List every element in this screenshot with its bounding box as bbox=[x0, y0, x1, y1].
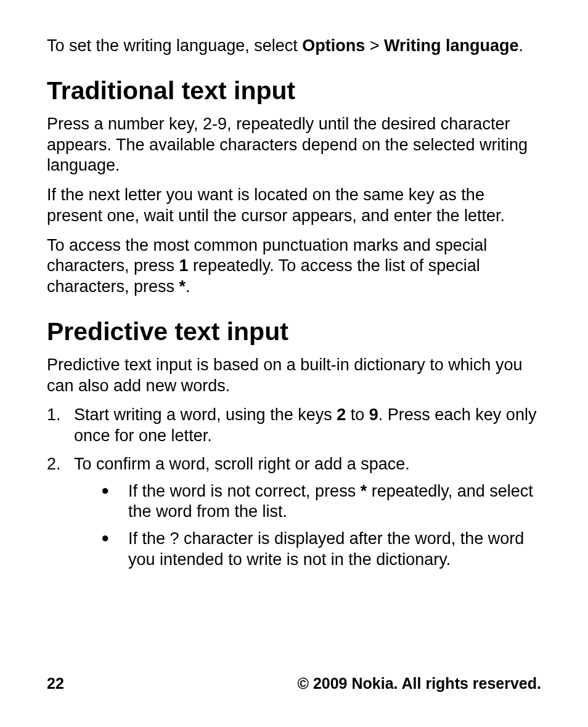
text: If the word is not correct, press bbox=[128, 482, 361, 500]
page-number: 22 bbox=[47, 675, 64, 692]
text: to bbox=[346, 405, 369, 424]
copyright-text: © 2009 Nokia. All rights reserved. bbox=[298, 675, 541, 692]
key-9: 9 bbox=[369, 405, 378, 424]
text: Start writing a word, using the keys bbox=[74, 405, 337, 424]
bullet-icon: ● bbox=[101, 481, 128, 523]
text: To confirm a word, scroll right or add a… bbox=[74, 455, 410, 473]
list-item-2: 2. To confirm a word, scroll right or ad… bbox=[47, 454, 541, 571]
list-number: 1. bbox=[47, 405, 74, 447]
section1-para3: To access the most common punctuation ma… bbox=[47, 235, 541, 298]
section1-para2: If the next letter you want is located o… bbox=[47, 185, 541, 227]
section1-para1: Press a number key, 2-9, repeatedly unti… bbox=[47, 114, 541, 176]
key-2: 2 bbox=[337, 405, 346, 424]
bullet-content: If the word is not correct, press * repe… bbox=[128, 481, 541, 523]
breadcrumb-separator: > bbox=[365, 36, 384, 55]
heading-predictive-text-input: Predictive text input bbox=[47, 317, 541, 346]
list-content: To confirm a word, scroll right or add a… bbox=[74, 454, 541, 571]
period: . bbox=[519, 36, 524, 55]
bullet-item-2: ● If the ? character is displayed after … bbox=[74, 529, 541, 571]
heading-traditional-text-input: Traditional text input bbox=[47, 76, 541, 105]
bullet-content: If the ? character is displayed after th… bbox=[128, 529, 541, 571]
options-label: Options bbox=[302, 36, 365, 55]
key-star: * bbox=[179, 277, 186, 296]
page-footer: 22 © 2009 Nokia. All rights reserved. bbox=[47, 675, 541, 692]
period: . bbox=[186, 277, 190, 296]
section2-para1: Predictive text input is based on a buil… bbox=[47, 355, 541, 397]
writing-language-label: Writing language bbox=[384, 36, 519, 55]
key-1: 1 bbox=[179, 256, 189, 275]
intro-text: To set the writing language, select bbox=[47, 36, 302, 55]
bullet-icon: ● bbox=[101, 529, 128, 571]
key-star: * bbox=[361, 482, 367, 500]
list-number: 2. bbox=[47, 454, 74, 571]
list-content: Start writing a word, using the keys 2 t… bbox=[74, 405, 541, 447]
list-item-1: 1. Start writing a word, using the keys … bbox=[47, 405, 541, 447]
intro-paragraph: To set the writing language, select Opti… bbox=[47, 36, 541, 57]
bullet-item-1: ● If the word is not correct, press * re… bbox=[74, 481, 541, 523]
